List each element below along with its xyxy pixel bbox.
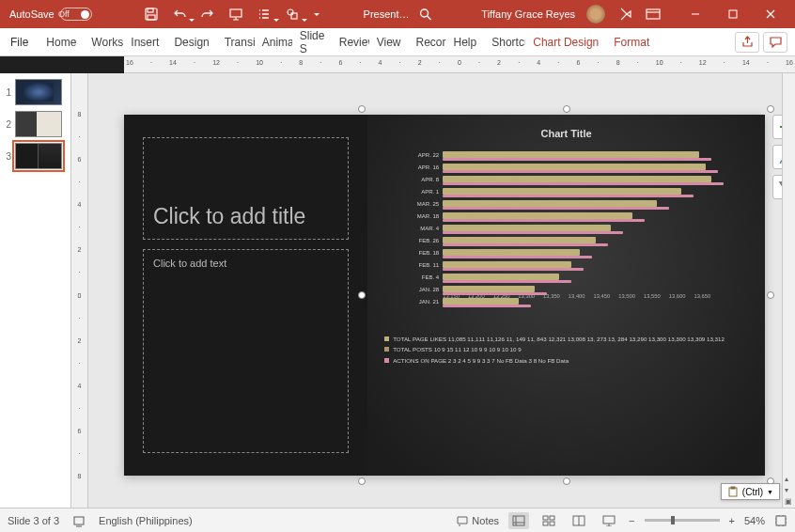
titlebar: AutoSave Off Present… Tiffany Grace Reye… [0, 0, 795, 28]
svg-rect-8 [729, 10, 737, 18]
svg-rect-10 [731, 487, 735, 489]
chart-plot-area: APR. 22APR. 16APR. 8APR. 1MAR. 25MAR. 18… [413, 149, 748, 289]
svg-rect-11 [74, 517, 84, 524]
autosave-label: AutoSave [9, 8, 55, 20]
slide-canvas[interactable]: Click to add title Click to add text Cha… [88, 73, 795, 508]
qat [143, 6, 321, 23]
title-center: Present… [364, 8, 432, 21]
tab-animations[interactable]: Animat [255, 28, 292, 55]
horizontal-ruler: 16· 14· 12· 10· 8· 6· 4· 2· 0· 2· 4· 6· … [124, 56, 795, 73]
svg-rect-1 [148, 8, 153, 12]
slide-left-panel: Click to add title Click to add text [124, 115, 367, 476]
svg-point-4 [288, 9, 293, 15]
language-indicator[interactable]: English (Philippines) [99, 515, 193, 526]
svg-point-6 [420, 9, 428, 17]
slide-thumb-2[interactable] [15, 111, 62, 137]
autosave-toggle[interactable]: AutoSave Off [0, 8, 101, 21]
notes-button[interactable]: Notes [457, 515, 499, 526]
tab-design[interactable]: Design [166, 28, 216, 55]
tab-help[interactable]: Help [446, 28, 485, 55]
shapes-icon[interactable] [284, 6, 301, 23]
ribbon-mode-icon[interactable] [645, 6, 662, 23]
paste-options-button[interactable]: (Ctrl) ▼ [721, 483, 780, 500]
svg-rect-2 [148, 15, 155, 20]
qat-more-icon[interactable] [312, 6, 321, 23]
slide-indicator[interactable]: Slide 3 of 3 [8, 515, 59, 526]
main-area: 1 2 3 8·6· 4·2· 0·2· 4·6· 8 Click to add… [0, 73, 795, 508]
tab-shortcuts[interactable]: Shortcu [484, 28, 525, 55]
redo-icon[interactable] [199, 6, 216, 23]
tab-slideshow[interactable]: Slide S [292, 28, 332, 55]
search-button[interactable] [418, 8, 431, 21]
close-button[interactable] [752, 0, 789, 28]
list-icon[interactable] [256, 6, 273, 23]
undo-icon[interactable] [171, 6, 188, 23]
zoom-in-button[interactable]: + [729, 515, 735, 526]
status-bar: Slide 3 of 3 English (Philippines) Notes… [0, 508, 795, 532]
chart-legend: TOTAL PAGE LIKES 11,085 11,111 11,126 11… [384, 335, 748, 365]
comments-button[interactable] [763, 32, 787, 53]
present-icon[interactable] [227, 6, 244, 23]
tab-view[interactable]: View [369, 28, 409, 55]
zoom-slider[interactable] [645, 519, 720, 522]
vertical-scrollbar[interactable]: ▴ ▾ ▣ [782, 73, 795, 508]
tab-recording[interactable]: Record [409, 28, 446, 55]
svg-rect-7 [647, 9, 660, 19]
tab-chart-design[interactable]: Chart Design [525, 28, 606, 55]
save-icon[interactable] [143, 6, 160, 23]
tab-file[interactable]: File [0, 28, 39, 55]
svg-rect-12 [513, 516, 524, 525]
title-right: Tiffany Grace Reyes [481, 0, 795, 28]
title-placeholder[interactable]: Click to add title [143, 137, 349, 240]
sorter-view-button[interactable] [538, 512, 559, 529]
chart-title: Chart Title [384, 128, 748, 139]
svg-rect-13 [543, 516, 548, 520]
svg-rect-16 [550, 522, 554, 525]
minimize-button[interactable] [677, 0, 714, 28]
ribbon-tabs: File Home Works Insert Design Transit An… [0, 28, 795, 56]
slide: Click to add title Click to add text Cha… [124, 115, 765, 476]
svg-rect-18 [603, 516, 615, 524]
tab-transitions[interactable]: Transit [217, 28, 255, 55]
normal-view-button[interactable] [508, 512, 529, 529]
zoom-out-button[interactable]: − [629, 515, 634, 526]
document-title: Present… [364, 8, 410, 20]
tab-workspace[interactable]: Works [84, 28, 123, 55]
svg-rect-19 [776, 516, 786, 525]
slide-panel: 1 2 3 [0, 73, 71, 508]
chart-object[interactable]: Chart Title APR. 22APR. 16APR. 8APR. 1MA… [367, 115, 765, 476]
slide-thumb-1[interactable] [15, 79, 62, 105]
tab-format[interactable]: Format [606, 28, 657, 55]
autosave-state: Off [58, 9, 70, 19]
accessibility-icon[interactable] [72, 514, 86, 527]
user-name: Tiffany Grace Reyes [481, 8, 575, 20]
slide-thumb-3[interactable] [15, 143, 62, 169]
user-avatar[interactable] [586, 5, 605, 23]
body-placeholder[interactable]: Click to add text [143, 249, 349, 453]
coming-soon-icon[interactable] [616, 6, 633, 23]
svg-rect-3 [230, 9, 242, 17]
share-button[interactable] [735, 32, 759, 53]
tab-insert[interactable]: Insert [123, 28, 166, 55]
tab-review[interactable]: Review [332, 28, 369, 55]
tab-home[interactable]: Home [39, 28, 84, 55]
slideshow-view-button[interactable] [599, 512, 619, 529]
reading-view-button[interactable] [569, 512, 589, 529]
maximize-button[interactable] [714, 0, 752, 28]
vertical-ruler: 8·6· 4·2· 0·2· 4·6· 8 [71, 73, 88, 508]
fit-to-window-button[interactable] [774, 514, 787, 527]
svg-rect-15 [543, 522, 548, 525]
zoom-level[interactable]: 54% [744, 515, 765, 526]
svg-rect-14 [550, 516, 554, 520]
